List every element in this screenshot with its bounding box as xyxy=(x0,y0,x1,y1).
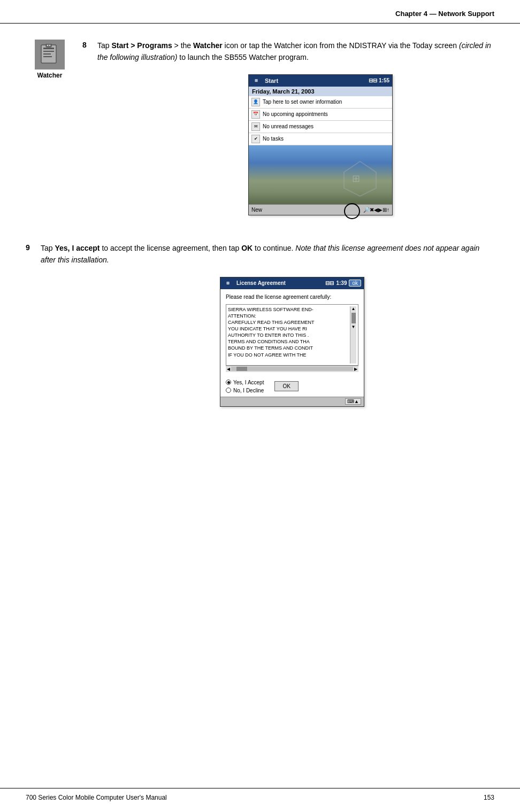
radio-no-circle[interactable] xyxy=(226,388,231,393)
svg-rect-1 xyxy=(43,48,54,49)
wince-logo: ⊞ xyxy=(251,76,261,86)
today-device-screen: ⊞ Start ⊟⊟ 1:55 Friday, March 21, 2003 xyxy=(248,74,393,215)
license-text-content: SIERRA WIRELESS SOFTWARE END- ATTENTION:… xyxy=(228,306,350,364)
radio-yes-label: Yes, I Accept xyxy=(233,380,264,385)
license-line-4: YOU INDICATE THAT YOU HAVE RI xyxy=(228,326,350,332)
main-content: Watcher 8 Tap Start > Programs > the Wat… xyxy=(0,24,520,455)
today-titlebar-left: ⊞ Start xyxy=(251,76,278,86)
license-line-8: IF YOU DO NOT AGREE WITH THE xyxy=(228,352,350,358)
today-time: 1:55 xyxy=(379,78,389,83)
today-row-messages: ✉ No unread messages xyxy=(249,121,392,133)
step-8-number: 8 xyxy=(82,40,97,49)
today-titlebar-right: ⊟⊟ 1:55 xyxy=(369,78,389,83)
today-row-tasks: ✔ No tasks xyxy=(249,133,392,145)
watcher-icon xyxy=(35,40,65,69)
circle-indicator xyxy=(344,203,360,219)
page-header: Chapter 4 — Network Support xyxy=(0,0,520,24)
today-row-owner: 👤 Tap here to set owner information xyxy=(249,96,392,109)
today-appointments-text: No upcoming appointments xyxy=(263,111,328,117)
svg-rect-4 xyxy=(43,56,52,57)
svg-rect-5 xyxy=(46,44,51,47)
today-new-label: New xyxy=(251,207,262,213)
svg-text:⊞: ⊞ xyxy=(352,173,360,184)
license-device-screen: ⊞ License Agreement ⊟⊟ 1:39 ok Please re… xyxy=(220,277,364,407)
messages-icon: ✉ xyxy=(251,122,260,131)
license-textbox[interactable]: SIERRA WIRELESS SOFTWARE END- ATTENTION:… xyxy=(226,304,358,366)
today-tasks-text: No tasks xyxy=(263,136,284,142)
scrollbar-thumb[interactable] xyxy=(351,313,356,323)
today-taskbar: New 🔎✖◀▶⊞↑ xyxy=(249,204,392,215)
chapter-separator: — xyxy=(427,10,438,18)
license-line-5: AUTHORITY TO ENTER INTO THIS . xyxy=(228,332,350,338)
svg-point-6 xyxy=(47,45,48,46)
radio-yes-circle[interactable] xyxy=(226,380,231,385)
license-line-6: TERMS AND CONDITIONS AND THA xyxy=(228,338,350,345)
license-screen-container: ⊞ License Agreement ⊟⊟ 1:39 ok Please re… xyxy=(90,277,494,407)
keyboard-icon[interactable]: ⌨▲ xyxy=(345,398,361,405)
radio-yes-item[interactable]: Yes, I Accept xyxy=(226,380,264,385)
tasks-icon: ✔ xyxy=(251,135,260,143)
license-scrollbar[interactable]: ▲ ▼ xyxy=(350,306,356,364)
step-9-row: 9 Tap Yes, I accept to accept the licens… xyxy=(26,242,494,423)
radio-no-label: No, I Decline xyxy=(233,388,264,393)
step-8-text: Tap Start > Programs > the Watcher icon … xyxy=(97,40,494,64)
license-titlebar-right: ⊟⊟ 1:39 ok xyxy=(325,280,361,287)
step-9-text: Tap Yes, I accept to accept the license … xyxy=(41,242,494,266)
hscroll-left-btn[interactable]: ◀ xyxy=(227,367,230,372)
chapter-label: Chapter 4 xyxy=(395,10,427,18)
hscroll-thumb[interactable] xyxy=(236,367,247,371)
step-9-content: 9 Tap Yes, I accept to accept the licens… xyxy=(26,242,494,423)
today-owner-text: Tap here to set owner information xyxy=(263,99,342,105)
license-body: Please read the license agreement carefu… xyxy=(220,289,364,376)
hscroll-right-btn[interactable]: ▶ xyxy=(354,367,357,372)
page-footer: 700 Series Color Mobile Computer User's … xyxy=(0,788,520,801)
footer-right: 153 xyxy=(484,794,494,801)
today-taskbar-icons: 🔎✖◀▶⊞↑ xyxy=(363,207,389,213)
license-line-1: SIERRA WIRELESS SOFTWARE END- xyxy=(228,306,350,313)
license-wince-logo: ⊞ xyxy=(223,279,233,288)
license-line-7: BOUND BY THE TERMS AND CONDIT xyxy=(228,345,350,351)
step-8-icon-area: Watcher xyxy=(26,40,74,79)
scrollbar-up-btn[interactable]: ▲ xyxy=(351,306,356,312)
license-titlebar: ⊞ License Agreement ⊟⊟ 1:39 ok xyxy=(220,277,364,289)
license-line-3: CAREFULLY READ THIS AGREEMENT xyxy=(228,319,350,326)
today-date-row: Friday, March 21, 2003 xyxy=(249,87,392,96)
license-titlebar-left: ⊞ License Agreement xyxy=(223,279,286,288)
svg-point-7 xyxy=(49,45,50,46)
radio-no-item[interactable]: No, I Decline xyxy=(226,388,264,393)
watcher-svg xyxy=(39,44,60,65)
hscroll-track[interactable] xyxy=(231,367,353,371)
today-titlebar: ⊞ Start ⊟⊟ 1:55 xyxy=(249,75,392,87)
today-messages-text: No unread messages xyxy=(263,123,313,129)
today-wallpaper: ⊞ xyxy=(249,145,392,204)
today-date: Friday, March 21, 2003 xyxy=(252,88,315,95)
chapter-title: Network Support xyxy=(438,10,494,18)
step-8-content: 8 Tap Start > Programs > the Watcher ico… xyxy=(82,40,494,231)
license-title: License Agreement xyxy=(236,280,286,286)
svg-rect-3 xyxy=(43,53,51,55)
watcher-label: Watcher xyxy=(37,72,63,79)
calendar-icon: 📅 xyxy=(251,110,260,119)
today-start-label: Start xyxy=(265,78,278,84)
step-8-row: Watcher 8 Tap Start > Programs > the Wat… xyxy=(26,40,494,231)
license-options: Yes, I Accept No, I Decline OK xyxy=(220,376,364,397)
license-hscrollbar[interactable]: ◀ ▶ xyxy=(226,366,358,372)
scrollbar-down-btn[interactable]: ▼ xyxy=(351,324,356,330)
step-9-number: 9 xyxy=(26,242,41,252)
license-line-2: ATTENTION: xyxy=(228,313,350,319)
wallpaper-logo: ⊞ xyxy=(339,156,381,199)
radio-group: Yes, I Accept No, I Decline xyxy=(226,380,264,393)
license-time: 1:39 xyxy=(336,280,347,286)
license-taskbar: ⌨▲ xyxy=(220,397,364,406)
today-signal-icon: ⊟⊟ xyxy=(369,78,377,83)
license-signal: ⊟⊟ xyxy=(325,280,334,286)
license-ok-btn[interactable]: ok xyxy=(349,280,361,287)
owner-icon: 👤 xyxy=(251,98,260,106)
svg-rect-2 xyxy=(43,51,54,52)
today-row-appointments: 📅 No upcoming appointments xyxy=(249,109,392,121)
today-screen-container: ⊞ Start ⊟⊟ 1:55 Friday, March 21, 2003 xyxy=(147,74,494,215)
ok-button[interactable]: OK xyxy=(274,381,298,391)
license-intro: Please read the license agreement carefu… xyxy=(226,293,358,301)
footer-left: 700 Series Color Mobile Computer User's … xyxy=(26,794,167,801)
